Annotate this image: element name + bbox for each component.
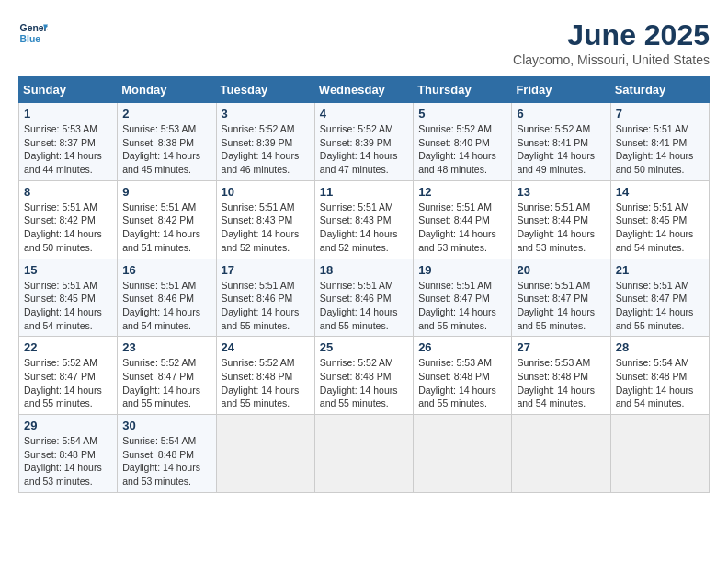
- day-number: 28: [616, 340, 704, 354]
- day-info: Sunrise: 5:53 AM Sunset: 8:37 PM Dayligh…: [24, 122, 112, 177]
- calendar-day-cell: 8Sunrise: 5:51 AM Sunset: 8:42 PM Daylig…: [19, 180, 118, 259]
- day-number: 27: [517, 340, 605, 354]
- calendar-day-cell: 5Sunrise: 5:52 AM Sunset: 8:40 PM Daylig…: [414, 103, 512, 181]
- calendar-day-cell: 3Sunrise: 5:52 AM Sunset: 8:39 PM Daylig…: [216, 103, 314, 181]
- calendar-day-cell: 19Sunrise: 5:51 AM Sunset: 8:47 PM Dayli…: [414, 259, 512, 337]
- day-info: Sunrise: 5:51 AM Sunset: 8:44 PM Dayligh…: [517, 201, 605, 255]
- day-number: 29: [24, 419, 112, 432]
- day-info: Sunrise: 5:54 AM Sunset: 8:48 PM Dayligh…: [24, 434, 112, 488]
- calendar-body: 1Sunrise: 5:53 AM Sunset: 8:37 PM Daylig…: [19, 103, 710, 493]
- day-number: 15: [24, 263, 112, 277]
- day-number: 5: [418, 107, 506, 121]
- day-info: Sunrise: 5:51 AM Sunset: 8:43 PM Dayligh…: [320, 201, 408, 255]
- calendar-day-cell: 24Sunrise: 5:52 AM Sunset: 8:48 PM Dayli…: [216, 337, 314, 415]
- day-info: Sunrise: 5:52 AM Sunset: 8:39 PM Dayligh…: [222, 122, 310, 177]
- day-info: Sunrise: 5:53 AM Sunset: 8:48 PM Dayligh…: [517, 356, 605, 410]
- calendar-day-cell: 27Sunrise: 5:53 AM Sunset: 8:48 PM Dayli…: [512, 337, 610, 415]
- weekday-header: Thursday: [414, 77, 512, 103]
- day-info: Sunrise: 5:51 AM Sunset: 8:41 PM Dayligh…: [616, 122, 704, 177]
- day-number: 9: [122, 185, 210, 199]
- day-info: Sunrise: 5:51 AM Sunset: 8:47 PM Dayligh…: [616, 279, 704, 333]
- day-info: Sunrise: 5:52 AM Sunset: 8:48 PM Dayligh…: [320, 356, 408, 410]
- calendar-week-row: 1Sunrise: 5:53 AM Sunset: 8:37 PM Daylig…: [19, 103, 710, 181]
- title-block: June 2025 Claycomo, Missouri, United Sta…: [513, 18, 710, 67]
- logo-icon: General Blue: [18, 18, 48, 48]
- day-info: Sunrise: 5:53 AM Sunset: 8:38 PM Dayligh…: [122, 122, 210, 177]
- day-info: Sunrise: 5:51 AM Sunset: 8:42 PM Dayligh…: [24, 201, 112, 255]
- calendar-day-cell: 25Sunrise: 5:52 AM Sunset: 8:48 PM Dayli…: [314, 337, 413, 415]
- day-info: Sunrise: 5:51 AM Sunset: 8:46 PM Dayligh…: [320, 279, 408, 333]
- calendar-day-cell: [610, 415, 709, 493]
- day-number: 3: [222, 107, 310, 121]
- calendar-day-cell: 22Sunrise: 5:52 AM Sunset: 8:47 PM Dayli…: [19, 337, 118, 415]
- calendar-day-cell: [314, 415, 413, 493]
- day-info: Sunrise: 5:51 AM Sunset: 8:47 PM Dayligh…: [517, 279, 605, 333]
- day-number: 18: [320, 263, 408, 277]
- weekday-header: Saturday: [610, 77, 709, 103]
- day-info: Sunrise: 5:51 AM Sunset: 8:42 PM Dayligh…: [122, 201, 210, 255]
- day-number: 19: [418, 263, 506, 277]
- day-number: 23: [122, 340, 210, 354]
- day-number: 17: [222, 263, 310, 277]
- weekday-header: Monday: [118, 77, 216, 103]
- day-number: 8: [24, 185, 112, 199]
- weekday-header: Wednesday: [314, 77, 413, 103]
- day-number: 14: [616, 185, 704, 199]
- calendar-day-cell: 10Sunrise: 5:51 AM Sunset: 8:43 PM Dayli…: [216, 180, 314, 259]
- day-number: 7: [616, 107, 704, 121]
- day-number: 2: [122, 107, 210, 121]
- day-number: 30: [122, 419, 210, 432]
- calendar-day-cell: 23Sunrise: 5:52 AM Sunset: 8:47 PM Dayli…: [118, 337, 216, 415]
- day-info: Sunrise: 5:52 AM Sunset: 8:40 PM Dayligh…: [418, 122, 506, 177]
- day-info: Sunrise: 5:51 AM Sunset: 8:44 PM Dayligh…: [418, 201, 506, 255]
- calendar-day-cell: 15Sunrise: 5:51 AM Sunset: 8:45 PM Dayli…: [19, 259, 118, 337]
- day-number: 26: [418, 340, 506, 354]
- day-number: 11: [320, 185, 408, 199]
- day-number: 21: [616, 263, 704, 277]
- day-number: 4: [320, 107, 408, 121]
- calendar-day-cell: 2Sunrise: 5:53 AM Sunset: 8:38 PM Daylig…: [118, 103, 216, 181]
- calendar-day-cell: 21Sunrise: 5:51 AM Sunset: 8:47 PM Dayli…: [610, 259, 709, 337]
- calendar-day-cell: 14Sunrise: 5:51 AM Sunset: 8:45 PM Dayli…: [610, 180, 709, 259]
- calendar-day-cell: 17Sunrise: 5:51 AM Sunset: 8:46 PM Dayli…: [216, 259, 314, 337]
- calendar-header: SundayMondayTuesdayWednesdayThursdayFrid…: [19, 77, 710, 103]
- calendar-table: SundayMondayTuesdayWednesdayThursdayFrid…: [18, 76, 710, 493]
- calendar-day-cell: 29Sunrise: 5:54 AM Sunset: 8:48 PM Dayli…: [19, 415, 118, 493]
- calendar-day-cell: 20Sunrise: 5:51 AM Sunset: 8:47 PM Dayli…: [512, 259, 610, 337]
- calendar-day-cell: 6Sunrise: 5:52 AM Sunset: 8:41 PM Daylig…: [512, 103, 610, 181]
- calendar-day-cell: 11Sunrise: 5:51 AM Sunset: 8:43 PM Dayli…: [314, 180, 413, 259]
- calendar-day-cell: [414, 415, 512, 493]
- day-info: Sunrise: 5:51 AM Sunset: 8:46 PM Dayligh…: [222, 279, 310, 333]
- calendar-week-row: 8Sunrise: 5:51 AM Sunset: 8:42 PM Daylig…: [19, 180, 710, 259]
- calendar-day-cell: 12Sunrise: 5:51 AM Sunset: 8:44 PM Dayli…: [414, 180, 512, 259]
- calendar-subtitle: Claycomo, Missouri, United States: [513, 52, 710, 67]
- page-header: General Blue June 2025 Claycomo, Missour…: [18, 18, 710, 67]
- svg-text:Blue: Blue: [20, 34, 41, 44]
- calendar-day-cell: 26Sunrise: 5:53 AM Sunset: 8:48 PM Dayli…: [414, 337, 512, 415]
- calendar-title: June 2025: [513, 18, 710, 52]
- calendar-day-cell: 28Sunrise: 5:54 AM Sunset: 8:48 PM Dayli…: [610, 337, 709, 415]
- day-info: Sunrise: 5:54 AM Sunset: 8:48 PM Dayligh…: [616, 356, 704, 410]
- calendar-day-cell: 9Sunrise: 5:51 AM Sunset: 8:42 PM Daylig…: [118, 180, 216, 259]
- day-number: 6: [517, 107, 605, 121]
- day-number: 25: [320, 340, 408, 354]
- calendar-week-row: 22Sunrise: 5:52 AM Sunset: 8:47 PM Dayli…: [19, 337, 710, 415]
- calendar-day-cell: 13Sunrise: 5:51 AM Sunset: 8:44 PM Dayli…: [512, 180, 610, 259]
- day-info: Sunrise: 5:52 AM Sunset: 8:39 PM Dayligh…: [320, 122, 408, 177]
- day-number: 1: [24, 107, 112, 121]
- calendar-week-row: 15Sunrise: 5:51 AM Sunset: 8:45 PM Dayli…: [19, 259, 710, 337]
- calendar-week-row: 29Sunrise: 5:54 AM Sunset: 8:48 PM Dayli…: [19, 415, 710, 493]
- calendar-day-cell: 7Sunrise: 5:51 AM Sunset: 8:41 PM Daylig…: [610, 103, 709, 181]
- day-info: Sunrise: 5:51 AM Sunset: 8:45 PM Dayligh…: [616, 201, 704, 255]
- day-number: 20: [517, 263, 605, 277]
- day-info: Sunrise: 5:52 AM Sunset: 8:41 PM Dayligh…: [517, 122, 605, 177]
- weekday-header: Tuesday: [216, 77, 314, 103]
- calendar-day-cell: 30Sunrise: 5:54 AM Sunset: 8:48 PM Dayli…: [118, 415, 216, 493]
- calendar-day-cell: 16Sunrise: 5:51 AM Sunset: 8:46 PM Dayli…: [118, 259, 216, 337]
- day-number: 16: [122, 263, 210, 277]
- day-number: 22: [24, 340, 112, 354]
- day-info: Sunrise: 5:51 AM Sunset: 8:46 PM Dayligh…: [122, 279, 210, 333]
- calendar-day-cell: [512, 415, 610, 493]
- day-number: 10: [222, 185, 310, 199]
- day-number: 12: [418, 185, 506, 199]
